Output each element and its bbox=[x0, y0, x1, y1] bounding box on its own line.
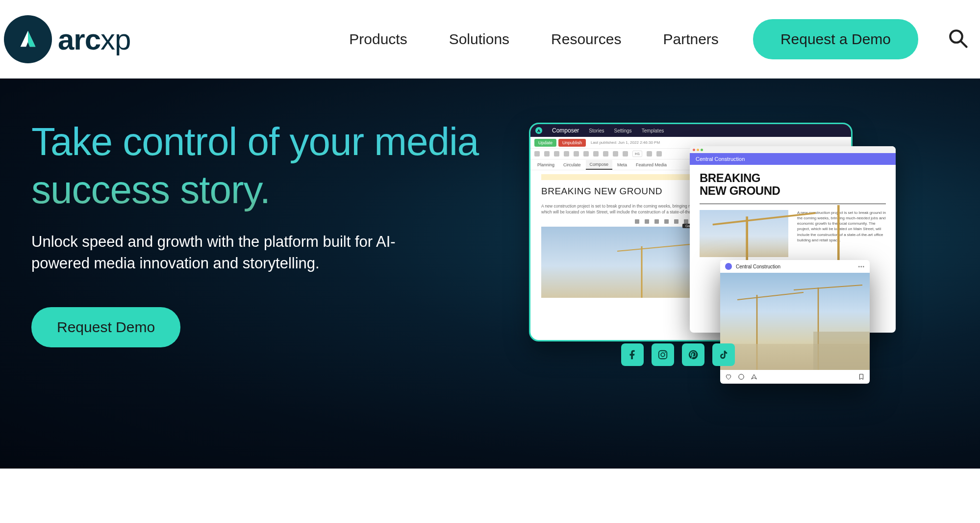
hero-heading: Take control of your media success story… bbox=[31, 118, 502, 213]
unpublish-button[interactable]: Unpublish bbox=[558, 139, 586, 147]
social-share-row bbox=[621, 343, 735, 366]
video-icon[interactable] bbox=[674, 219, 678, 224]
chevron-right-icon[interactable] bbox=[544, 151, 550, 157]
list-ul-icon[interactable] bbox=[647, 151, 652, 157]
tiktok-icon bbox=[718, 349, 729, 360]
file-icon[interactable] bbox=[684, 219, 688, 224]
site-header: arcxp Products Solutions Resources Partn… bbox=[0, 0, 980, 78]
pinterest-icon bbox=[688, 349, 699, 360]
grid-icon[interactable] bbox=[664, 219, 669, 224]
mic-icon[interactable] bbox=[635, 219, 639, 224]
tab-featured-media[interactable]: Featured Media bbox=[632, 160, 671, 169]
paste-icon[interactable] bbox=[593, 151, 599, 157]
gallery-icon[interactable] bbox=[654, 219, 659, 224]
social-author: Central Construction bbox=[736, 264, 780, 269]
share-icon[interactable] bbox=[751, 373, 757, 380]
svg-line-9 bbox=[737, 292, 804, 300]
more-options-icon[interactable]: ••• bbox=[858, 264, 865, 269]
update-button[interactable]: Update bbox=[534, 139, 556, 147]
instagram-icon bbox=[657, 349, 668, 360]
svg-point-18 bbox=[665, 352, 666, 353]
logo-mark-icon bbox=[4, 15, 52, 63]
primary-nav: Products Solutions Resources Partners bbox=[349, 31, 719, 48]
tab-meta[interactable]: Meta bbox=[613, 160, 631, 169]
social-post-card: Central Construction ••• bbox=[720, 260, 870, 384]
svg-line-6 bbox=[713, 213, 816, 224]
logo-text-bold: arc bbox=[58, 23, 101, 56]
nav-solutions[interactable]: Solutions bbox=[449, 31, 509, 48]
bold-icon[interactable] bbox=[613, 151, 618, 157]
save-icon[interactable] bbox=[554, 151, 559, 157]
share-tiktok-button[interactable] bbox=[712, 343, 735, 366]
tab-planning[interactable]: Planning bbox=[533, 160, 558, 169]
composer-titlebar: Composer Stories Settings Templates bbox=[530, 124, 851, 137]
print-icon[interactable] bbox=[564, 151, 569, 157]
social-post-actions bbox=[720, 370, 870, 384]
svg-line-2 bbox=[617, 244, 696, 251]
hero-product-mockups: Composer Stories Settings Templates Upda… bbox=[529, 123, 955, 437]
copy-icon[interactable] bbox=[574, 151, 579, 157]
nav-partners[interactable]: Partners bbox=[663, 31, 718, 48]
composer-top-tab-stories[interactable]: Stories bbox=[589, 128, 604, 133]
svg-line-1 bbox=[961, 41, 966, 47]
nav-resources[interactable]: Resources bbox=[551, 31, 621, 48]
tab-circulate[interactable]: Circulate bbox=[559, 160, 585, 169]
construction-photo-icon bbox=[720, 273, 870, 370]
svg-rect-14 bbox=[813, 332, 870, 370]
site-article-image bbox=[700, 210, 788, 257]
bookmark-icon[interactable] bbox=[858, 373, 865, 380]
share-facebook-button[interactable] bbox=[621, 343, 644, 366]
tab-compose[interactable]: Compose bbox=[586, 160, 613, 170]
nav-products[interactable]: Products bbox=[349, 31, 407, 48]
svg-point-15 bbox=[739, 374, 744, 380]
cut-icon[interactable] bbox=[583, 151, 589, 157]
logo-text: arcxp bbox=[58, 23, 130, 56]
link-icon[interactable] bbox=[603, 151, 608, 157]
avatar bbox=[725, 263, 732, 270]
request-demo-hero-button[interactable]: Request Demo bbox=[31, 307, 180, 347]
search-button[interactable] bbox=[948, 28, 968, 51]
last-published-label: Last published: Jun 1, 2022 2:46:30 PM bbox=[591, 140, 660, 145]
composer-app-title: Composer bbox=[552, 127, 579, 134]
request-demo-header-button[interactable]: Request a Demo bbox=[753, 19, 918, 59]
social-post-header: Central Construction ••• bbox=[720, 260, 870, 273]
hero-subheading: Unlock speed and growth with the platfor… bbox=[31, 231, 443, 274]
chevron-left-icon[interactable] bbox=[534, 151, 540, 157]
composer-logo-icon bbox=[535, 127, 542, 134]
hero-copy: Take control of your media success story… bbox=[31, 118, 502, 469]
svg-line-12 bbox=[794, 285, 862, 290]
list-ol-icon[interactable] bbox=[656, 151, 662, 157]
search-icon bbox=[948, 28, 968, 49]
image-icon[interactable] bbox=[645, 219, 649, 224]
composer-top-tab-templates[interactable]: Templates bbox=[642, 128, 664, 133]
logo[interactable]: arcxp bbox=[4, 15, 130, 63]
svg-point-17 bbox=[661, 353, 665, 357]
heading-select[interactable]: H1 bbox=[632, 151, 642, 157]
hero-section: Take control of your media success story… bbox=[0, 78, 980, 469]
comment-icon[interactable] bbox=[738, 373, 745, 380]
facebook-icon bbox=[627, 349, 638, 360]
heart-icon[interactable] bbox=[725, 373, 732, 380]
composer-top-tab-settings[interactable]: Settings bbox=[614, 128, 631, 133]
social-post-image bbox=[720, 273, 870, 370]
share-pinterest-button[interactable] bbox=[682, 343, 704, 366]
italic-icon[interactable] bbox=[623, 151, 628, 157]
share-instagram-button[interactable] bbox=[652, 343, 674, 366]
logo-text-light: xp bbox=[101, 23, 130, 56]
